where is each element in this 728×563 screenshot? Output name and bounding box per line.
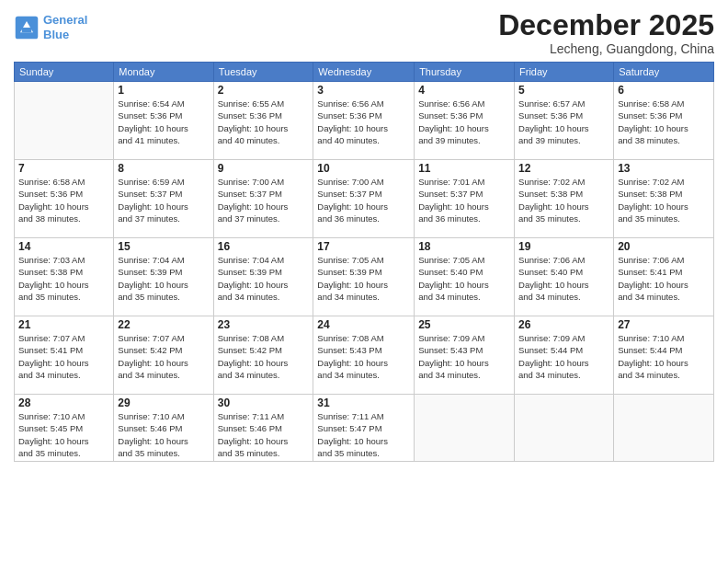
day-info: Sunrise: 7:05 AMSunset: 5:39 PMDaylight:… bbox=[317, 254, 410, 303]
day-info: Sunrise: 6:59 AMSunset: 5:37 PMDaylight:… bbox=[118, 176, 209, 224]
table-row: 25 Sunrise: 7:09 AMSunset: 5:43 PMDaylig… bbox=[415, 316, 515, 395]
table-row bbox=[614, 395, 714, 462]
month-title: December 2025 bbox=[498, 9, 714, 41]
table-row: 18 Sunrise: 7:05 AMSunset: 5:40 PMDaylig… bbox=[415, 238, 515, 316]
day-info: Sunrise: 6:58 AMSunset: 5:36 PMDaylight:… bbox=[18, 176, 109, 224]
day-number: 11 bbox=[418, 162, 510, 175]
day-number: 23 bbox=[218, 318, 310, 331]
table-row bbox=[415, 395, 515, 462]
day-info: Sunrise: 7:04 AMSunset: 5:39 PMDaylight:… bbox=[118, 254, 209, 303]
day-info: Sunrise: 7:09 AMSunset: 5:44 PMDaylight:… bbox=[518, 332, 609, 381]
day-info: Sunrise: 7:11 AMSunset: 5:47 PMDaylight:… bbox=[317, 410, 410, 459]
table-row: 7 Sunrise: 6:58 AMSunset: 5:36 PMDayligh… bbox=[15, 160, 114, 238]
table-row: 1 Sunrise: 6:54 AMSunset: 5:36 PMDayligh… bbox=[114, 82, 213, 160]
day-info: Sunrise: 7:09 AMSunset: 5:43 PMDaylight:… bbox=[418, 332, 510, 381]
day-info: Sunrise: 7:03 AMSunset: 5:38 PMDaylight:… bbox=[18, 254, 109, 303]
day-info: Sunrise: 6:58 AMSunset: 5:36 PMDaylight:… bbox=[618, 98, 710, 146]
table-row: 15 Sunrise: 7:04 AMSunset: 5:39 PMDaylig… bbox=[114, 238, 213, 316]
table-row: 26 Sunrise: 7:09 AMSunset: 5:44 PMDaylig… bbox=[515, 316, 614, 395]
table-row: 6 Sunrise: 6:58 AMSunset: 5:36 PMDayligh… bbox=[614, 82, 714, 160]
day-info: Sunrise: 7:05 AMSunset: 5:40 PMDaylight:… bbox=[418, 254, 510, 303]
day-number: 8 bbox=[118, 162, 209, 175]
page-container: General Blue December 2025 Lecheng, Guan… bbox=[0, 0, 728, 563]
table-row: 27 Sunrise: 7:10 AMSunset: 5:44 PMDaylig… bbox=[614, 316, 714, 395]
table-row: 17 Sunrise: 7:05 AMSunset: 5:39 PMDaylig… bbox=[313, 238, 415, 316]
day-info: Sunrise: 6:56 AMSunset: 5:36 PMDaylight:… bbox=[317, 98, 410, 146]
table-row: 13 Sunrise: 7:02 AMSunset: 5:38 PMDaylig… bbox=[614, 160, 714, 238]
title-area: December 2025 Lecheng, Guangdong, China bbox=[498, 9, 714, 56]
day-number: 19 bbox=[518, 240, 609, 253]
day-info: Sunrise: 7:10 AMSunset: 5:45 PMDaylight:… bbox=[18, 410, 109, 459]
table-row: 16 Sunrise: 7:04 AMSunset: 5:39 PMDaylig… bbox=[213, 238, 313, 316]
day-info: Sunrise: 7:01 AMSunset: 5:37 PMDaylight:… bbox=[418, 176, 510, 224]
day-number: 28 bbox=[18, 396, 109, 409]
table-row: 4 Sunrise: 6:56 AMSunset: 5:36 PMDayligh… bbox=[415, 82, 515, 160]
day-info: Sunrise: 7:06 AMSunset: 5:41 PMDaylight:… bbox=[618, 254, 710, 303]
header-friday: Friday bbox=[515, 63, 614, 82]
day-number: 31 bbox=[317, 396, 410, 409]
table-row: 24 Sunrise: 7:08 AMSunset: 5:43 PMDaylig… bbox=[313, 316, 415, 395]
table-row: 21 Sunrise: 7:07 AMSunset: 5:41 PMDaylig… bbox=[15, 316, 114, 395]
header-sunday: Sunday bbox=[15, 63, 114, 82]
day-number: 12 bbox=[518, 162, 609, 175]
day-number: 9 bbox=[218, 162, 310, 175]
table-row: 30 Sunrise: 7:11 AMSunset: 5:46 PMDaylig… bbox=[213, 395, 313, 462]
header-saturday: Saturday bbox=[614, 63, 714, 82]
logo-text: General Blue bbox=[43, 13, 87, 41]
day-info: Sunrise: 6:57 AMSunset: 5:36 PMDaylight:… bbox=[518, 98, 609, 146]
table-row: 28 Sunrise: 7:10 AMSunset: 5:45 PMDaylig… bbox=[15, 395, 114, 462]
day-number: 18 bbox=[418, 240, 510, 253]
day-info: Sunrise: 7:00 AMSunset: 5:37 PMDaylight:… bbox=[317, 176, 410, 224]
day-info: Sunrise: 7:00 AMSunset: 5:37 PMDaylight:… bbox=[218, 176, 310, 224]
table-row: 8 Sunrise: 6:59 AMSunset: 5:37 PMDayligh… bbox=[114, 160, 213, 238]
day-info: Sunrise: 7:07 AMSunset: 5:42 PMDaylight:… bbox=[118, 332, 209, 381]
day-info: Sunrise: 7:08 AMSunset: 5:42 PMDaylight:… bbox=[218, 332, 310, 381]
calendar-table: Sunday Monday Tuesday Wednesday Thursday… bbox=[14, 62, 714, 462]
day-number: 6 bbox=[618, 84, 710, 97]
day-info: Sunrise: 7:04 AMSunset: 5:39 PMDaylight:… bbox=[218, 254, 310, 303]
location: Lecheng, Guangdong, China bbox=[498, 41, 714, 56]
day-info: Sunrise: 6:55 AMSunset: 5:36 PMDaylight:… bbox=[218, 98, 310, 146]
table-row: 12 Sunrise: 7:02 AMSunset: 5:38 PMDaylig… bbox=[515, 160, 614, 238]
day-number: 16 bbox=[218, 240, 310, 253]
table-row: 9 Sunrise: 7:00 AMSunset: 5:37 PMDayligh… bbox=[213, 160, 313, 238]
table-row: 10 Sunrise: 7:00 AMSunset: 5:37 PMDaylig… bbox=[313, 160, 415, 238]
day-number: 24 bbox=[317, 318, 410, 331]
day-info: Sunrise: 7:10 AMSunset: 5:44 PMDaylight:… bbox=[618, 332, 710, 381]
day-number: 10 bbox=[317, 162, 410, 175]
day-number: 21 bbox=[18, 318, 109, 331]
day-number: 22 bbox=[118, 318, 209, 331]
header-tuesday: Tuesday bbox=[213, 63, 313, 82]
day-info: Sunrise: 7:11 AMSunset: 5:46 PMDaylight:… bbox=[218, 410, 310, 459]
day-info: Sunrise: 7:02 AMSunset: 5:38 PMDaylight:… bbox=[618, 176, 710, 224]
day-info: Sunrise: 7:07 AMSunset: 5:41 PMDaylight:… bbox=[18, 332, 109, 381]
header: General Blue December 2025 Lecheng, Guan… bbox=[14, 9, 714, 56]
svg-rect-2 bbox=[22, 28, 32, 32]
day-number: 26 bbox=[518, 318, 609, 331]
table-row: 31 Sunrise: 7:11 AMSunset: 5:47 PMDaylig… bbox=[313, 395, 415, 462]
day-info: Sunrise: 6:54 AMSunset: 5:36 PMDaylight:… bbox=[118, 98, 209, 146]
table-row: 5 Sunrise: 6:57 AMSunset: 5:36 PMDayligh… bbox=[515, 82, 614, 160]
day-number: 17 bbox=[317, 240, 410, 253]
table-row: 20 Sunrise: 7:06 AMSunset: 5:41 PMDaylig… bbox=[614, 238, 714, 316]
day-number: 27 bbox=[618, 318, 710, 331]
day-info: Sunrise: 7:10 AMSunset: 5:46 PMDaylight:… bbox=[118, 410, 209, 459]
table-row: 22 Sunrise: 7:07 AMSunset: 5:42 PMDaylig… bbox=[114, 316, 213, 395]
day-number: 1 bbox=[118, 84, 209, 97]
day-info: Sunrise: 7:02 AMSunset: 5:38 PMDaylight:… bbox=[518, 176, 609, 224]
day-number: 25 bbox=[418, 318, 510, 331]
table-row: 11 Sunrise: 7:01 AMSunset: 5:37 PMDaylig… bbox=[415, 160, 515, 238]
day-number: 29 bbox=[118, 396, 209, 409]
day-number: 3 bbox=[317, 84, 410, 97]
table-row bbox=[15, 82, 114, 160]
logo: General Blue bbox=[14, 13, 87, 41]
day-number: 15 bbox=[118, 240, 209, 253]
day-number: 13 bbox=[618, 162, 710, 175]
day-info: Sunrise: 6:56 AMSunset: 5:36 PMDaylight:… bbox=[418, 98, 510, 146]
day-number: 4 bbox=[418, 84, 510, 97]
day-number: 30 bbox=[218, 396, 310, 409]
table-row: 23 Sunrise: 7:08 AMSunset: 5:42 PMDaylig… bbox=[213, 316, 313, 395]
table-row: 2 Sunrise: 6:55 AMSunset: 5:36 PMDayligh… bbox=[213, 82, 313, 160]
day-number: 14 bbox=[18, 240, 109, 253]
table-row bbox=[515, 395, 614, 462]
